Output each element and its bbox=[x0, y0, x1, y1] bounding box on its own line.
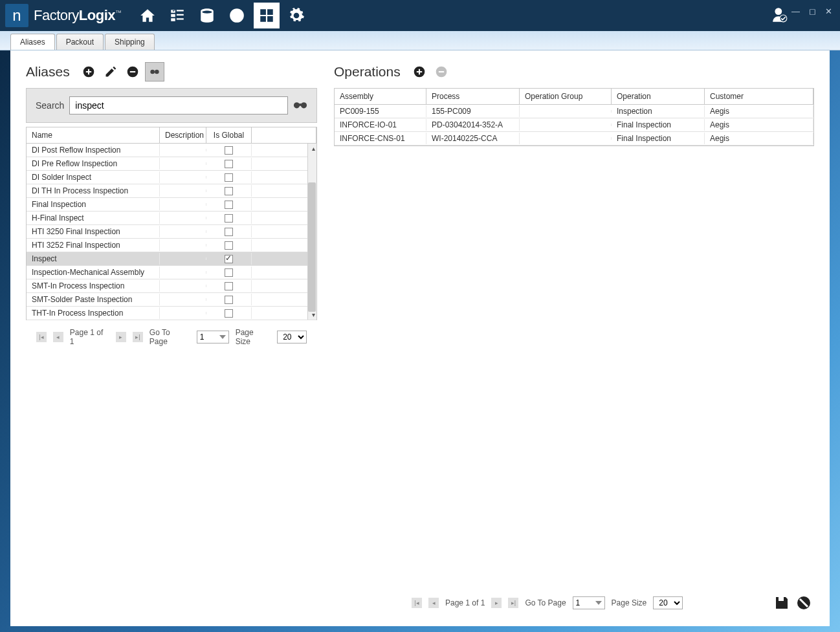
svg-point-7 bbox=[301, 102, 307, 108]
cell-name: SMT-In Process Inspection bbox=[27, 280, 160, 292]
scroll-down-icon[interactable]: ▾ bbox=[312, 311, 315, 318]
cell-customer: Aegis bbox=[705, 133, 813, 144]
cell-opgroup bbox=[520, 110, 612, 113]
table-row[interactable]: DI Pre Reflow Inspection bbox=[27, 157, 316, 171]
table-row[interactable]: THT-In Process Inspection bbox=[27, 307, 316, 320]
checkbox[interactable] bbox=[225, 228, 233, 236]
minimize-button[interactable]: — bbox=[789, 5, 802, 17]
checkbox[interactable] bbox=[225, 146, 233, 155]
table-row[interactable]: SMT-In Process Inspection bbox=[27, 279, 316, 293]
table-row[interactable]: HTI 3252 Final Inspection bbox=[27, 239, 316, 252]
table-row[interactable]: DI Post Reflow Inspection bbox=[27, 144, 316, 157]
checkbox[interactable] bbox=[225, 282, 233, 290]
checkbox[interactable] bbox=[225, 173, 233, 182]
pager-size-select[interactable]: 20 bbox=[277, 331, 307, 343]
checkbox[interactable] bbox=[225, 255, 233, 263]
cancel-icon[interactable] bbox=[796, 595, 812, 611]
col-process[interactable]: Process bbox=[426, 89, 520, 104]
checkbox[interactable] bbox=[225, 241, 233, 250]
pager-prev-button[interactable]: ◂ bbox=[428, 598, 439, 608]
cell-desc bbox=[160, 244, 206, 246]
database-icon[interactable] bbox=[194, 3, 220, 28]
checkbox[interactable] bbox=[225, 201, 233, 209]
checkbox[interactable] bbox=[225, 296, 233, 304]
cell-global bbox=[206, 144, 252, 156]
scroll-thumb[interactable] bbox=[308, 182, 316, 312]
cell-global bbox=[206, 226, 252, 237]
pager-first-button[interactable]: |◂ bbox=[36, 332, 47, 342]
main-content: Aliases Search Name Description Is Globa… bbox=[10, 50, 830, 626]
col-name[interactable]: Name bbox=[27, 127, 160, 143]
operations-add-button[interactable] bbox=[410, 62, 429, 82]
checkbox[interactable] bbox=[225, 309, 233, 318]
binoculars-icon[interactable] bbox=[293, 99, 307, 112]
app-logo: n bbox=[5, 4, 28, 27]
table-row[interactable]: HTI 3250 Final Inspection bbox=[27, 225, 316, 239]
cell-global bbox=[206, 267, 252, 278]
checkbox[interactable] bbox=[225, 268, 233, 277]
table-row[interactable]: DI TH In Process Inspection bbox=[27, 184, 316, 198]
col-operation[interactable]: Operation bbox=[612, 89, 705, 104]
table-row[interactable]: INFORCE-CNS-01WI-20140225-CCAFinal Inspe… bbox=[335, 132, 813, 146]
col-description[interactable]: Description bbox=[160, 127, 206, 143]
cell-operation: Final Inspection bbox=[612, 119, 705, 131]
table-row[interactable]: DI Solder Inspect bbox=[27, 171, 316, 184]
gear-icon[interactable] bbox=[283, 3, 309, 28]
cell-assembly: INFORCE-IO-01 bbox=[335, 119, 426, 131]
pager-size-select[interactable]: 20 bbox=[653, 596, 683, 609]
tab-packout[interactable]: Packout bbox=[56, 34, 104, 50]
checkbox[interactable] bbox=[225, 214, 233, 223]
table-row[interactable]: PC009-155155-PC009InspectionAegis bbox=[335, 105, 813, 118]
cell-desc bbox=[160, 190, 206, 192]
tab-aliases[interactable]: Aliases bbox=[10, 34, 55, 50]
logo-glyph: n bbox=[12, 6, 21, 25]
maximize-button[interactable]: ◻ bbox=[806, 5, 819, 17]
windows-icon[interactable] bbox=[254, 3, 280, 28]
table-row[interactable]: Inspect bbox=[27, 252, 316, 266]
checklist-icon[interactable] bbox=[164, 3, 190, 28]
table-row[interactable]: SMT-Solder Paste Inspection bbox=[27, 293, 316, 307]
sync-icon[interactable] bbox=[224, 3, 250, 28]
scrollbar[interactable]: ▴ ▾ bbox=[307, 144, 316, 320]
cell-opgroup bbox=[520, 124, 612, 126]
table-row[interactable]: H-Final Inspect bbox=[27, 212, 316, 225]
pager-prev-button[interactable]: ◂ bbox=[53, 332, 63, 342]
search-input[interactable] bbox=[69, 96, 288, 114]
cell-opgroup bbox=[520, 137, 612, 140]
save-icon[interactable] bbox=[774, 595, 790, 611]
add-button[interactable] bbox=[79, 62, 98, 82]
pager-last-button[interactable]: ▸| bbox=[133, 332, 143, 342]
table-row[interactable]: INFORCE-IO-01PD-03042014-352-AFinal Insp… bbox=[335, 118, 813, 132]
checkbox[interactable] bbox=[225, 160, 233, 168]
pager-first-button[interactable]: |◂ bbox=[412, 598, 422, 608]
pager-next-button[interactable]: ▸ bbox=[491, 598, 502, 608]
user-icon[interactable] bbox=[771, 6, 788, 26]
cell-name: DI TH In Process Inspection bbox=[27, 185, 160, 197]
col-assembly[interactable]: Assembly bbox=[335, 89, 426, 104]
close-button[interactable]: ✕ bbox=[823, 5, 835, 17]
remove-button[interactable] bbox=[123, 62, 142, 82]
table-row[interactable]: Inspection-Mechanical Assembly bbox=[27, 266, 316, 279]
tab-shipping[interactable]: Shipping bbox=[105, 34, 155, 50]
table-row[interactable]: Final Inspection bbox=[27, 198, 316, 212]
pager-goto-input[interactable] bbox=[573, 596, 605, 609]
col-isglobal[interactable]: Is Global bbox=[206, 127, 252, 143]
checkbox[interactable] bbox=[225, 187, 233, 195]
scroll-up-icon[interactable]: ▴ bbox=[312, 145, 315, 152]
edit-button[interactable] bbox=[101, 62, 120, 82]
cell-name: DI Pre Reflow Inspection bbox=[27, 158, 160, 169]
svg-point-0 bbox=[775, 8, 782, 15]
pager-next-button[interactable]: ▸ bbox=[116, 332, 126, 342]
cell-operation: Final Inspection bbox=[612, 133, 705, 144]
home-icon[interactable] bbox=[135, 3, 160, 28]
cell-global bbox=[206, 239, 252, 251]
cell-assembly: PC009-155 bbox=[335, 105, 426, 117]
cell-desc bbox=[160, 230, 206, 233]
operations-grid: Assembly Process Operation Group Operati… bbox=[334, 88, 814, 146]
pager-size-label: Page Size bbox=[236, 328, 271, 346]
col-customer[interactable]: Customer bbox=[705, 89, 813, 104]
pager-last-button[interactable]: ▸| bbox=[508, 598, 518, 608]
view-toggle-button[interactable] bbox=[145, 62, 164, 82]
pager-goto-input[interactable] bbox=[197, 331, 229, 343]
col-opgroup[interactable]: Operation Group bbox=[520, 89, 612, 104]
